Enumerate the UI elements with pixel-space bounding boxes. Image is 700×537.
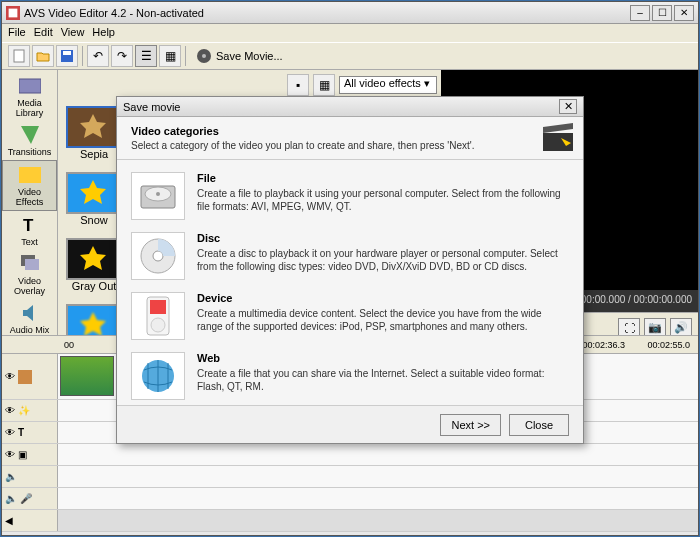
dialog-title: Save movie [123,101,180,113]
category-file[interactable]: FileCreate a file to playback it using y… [131,166,569,226]
dialog-header: Video categories Select a category of th… [117,117,583,160]
svg-point-21 [153,251,163,261]
globe-icon [131,352,185,400]
category-title: Device [197,292,232,304]
dialog-titlebar: Save movie ✕ [117,97,583,117]
dialog-header-title: Video categories [131,125,219,137]
category-device[interactable]: DeviceCreate a multimedia device content… [131,286,569,346]
dialog-header-desc: Select a category of the video you plan … [131,140,569,151]
clapboard-icon [543,123,573,153]
category-desc: Create a file to playback it using your … [197,187,569,213]
category-title: Web [197,352,220,364]
svg-rect-23 [150,300,166,314]
category-title: File [197,172,216,184]
save-movie-dialog: Save movie ✕ Video categories Select a c… [116,96,584,444]
category-title: Disc [197,232,220,244]
svg-point-24 [151,318,165,332]
category-desc: Create a disc to playback it on your har… [197,247,569,273]
hdd-icon [131,172,185,220]
dialog-close-button[interactable]: ✕ [559,99,577,114]
modal-overlay: Save movie ✕ Video categories Select a c… [0,0,700,537]
disc-icon [131,232,185,280]
dialog-footer: Next >> Close [117,405,583,443]
dialog-body: FileCreate a file to playback it using y… [117,160,583,405]
device-icon [131,292,185,340]
category-desc: Create a file that you can share via the… [197,367,569,393]
svg-point-19 [156,192,160,196]
category-disc[interactable]: DiscCreate a disc to playback it on your… [131,226,569,286]
category-desc: Create a multimedia device content. Sele… [197,307,569,333]
category-web[interactable]: WebCreate a file that you can share via … [131,346,569,405]
close-button[interactable]: Close [509,414,569,436]
next-button[interactable]: Next >> [440,414,501,436]
